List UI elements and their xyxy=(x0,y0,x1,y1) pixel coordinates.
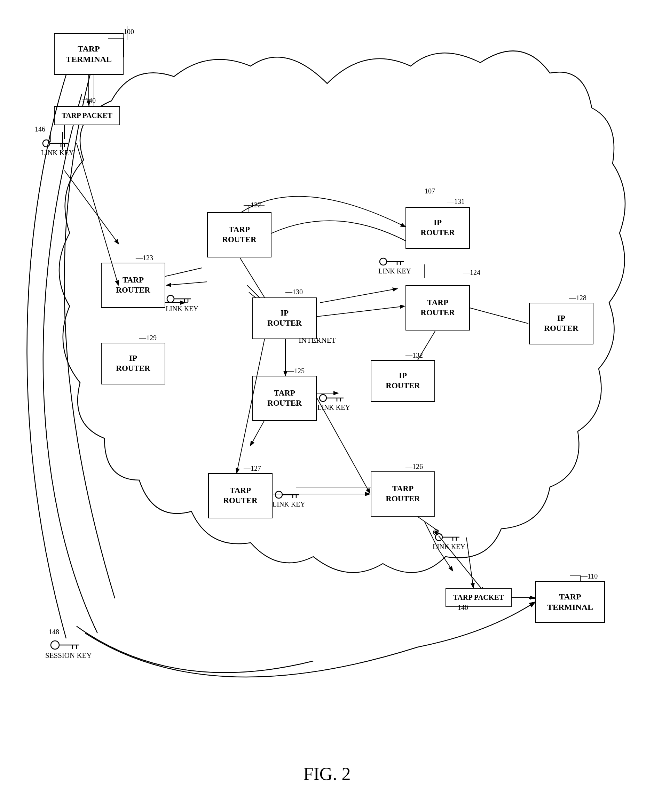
svg-point-45 xyxy=(51,641,59,649)
tarp-router-127: TARPROUTER xyxy=(208,473,272,518)
ip-router-130: IPROUTER xyxy=(252,298,317,339)
tarp-router-123: TARPROUTER xyxy=(101,263,165,308)
diagram: TARPTERMINAL 100 TARP PACKET —140 146 LI… xyxy=(0,0,654,812)
svg-point-29 xyxy=(380,258,387,265)
ip-router-129: IPROUTER xyxy=(101,343,165,385)
ref-123: —123 xyxy=(136,254,153,262)
ref-128: —128 xyxy=(569,294,587,302)
ref-126: —126 xyxy=(405,463,423,471)
figure-label: FIG. 2 xyxy=(0,764,654,784)
internet-label: INTERNET xyxy=(299,336,336,345)
ip-router-128: IPROUTER xyxy=(529,303,593,344)
session-key-icon xyxy=(49,638,654,812)
ref-146: 146 xyxy=(35,125,45,133)
ref-122: —122 xyxy=(244,201,261,209)
tarp-packet-bottom: TARP PACKET xyxy=(446,588,512,607)
link-key-126-label: LINK KEY xyxy=(432,543,465,551)
ref-100: 100 xyxy=(124,28,134,36)
ref-140-bot: 140 xyxy=(458,604,468,612)
link-key-125-label: LINK KEY xyxy=(318,404,350,412)
ref-140-top: —140 xyxy=(78,97,96,105)
tarp-router-122: TARPROUTER xyxy=(207,212,272,258)
svg-point-33 xyxy=(319,395,327,401)
ref-107: 107 xyxy=(425,187,435,195)
link-key-131-label: LINK KEY xyxy=(378,267,411,275)
ref-124: —124 xyxy=(463,269,480,276)
svg-point-21 xyxy=(43,140,50,147)
tarp-terminal-110: TARPTERMINAL xyxy=(535,581,605,623)
svg-point-41 xyxy=(435,534,442,540)
ref-110: —110 xyxy=(581,572,597,580)
link-key-146-label: LINK KEY xyxy=(41,149,74,157)
ref-132: —132 xyxy=(405,351,423,359)
session-key-label: SESSION KEY xyxy=(45,651,92,660)
link-key-127-label: LINK KEY xyxy=(272,500,305,508)
ref-148: 148 xyxy=(49,628,59,636)
tarp-router-124: TARPROUTER xyxy=(405,285,470,331)
tarp-packet-top: TARP PACKET xyxy=(54,106,120,125)
ref-130: —130 xyxy=(286,288,303,296)
ref-125: —125 xyxy=(287,367,304,375)
ip-router-131: IPROUTER xyxy=(405,207,470,249)
link-key-123-label: LINK KEY xyxy=(166,305,199,313)
ref-129: —129 xyxy=(139,334,157,342)
ref-127: —127 xyxy=(244,464,261,472)
svg-point-37 xyxy=(275,491,282,498)
tarp-terminal-100: TARPTERMINAL xyxy=(54,33,124,75)
tarp-router-125: TARPROUTER xyxy=(252,376,317,421)
tarp-router-126: TARPROUTER xyxy=(371,472,435,517)
ref-131: —131 xyxy=(447,198,465,206)
svg-point-25 xyxy=(167,295,174,302)
